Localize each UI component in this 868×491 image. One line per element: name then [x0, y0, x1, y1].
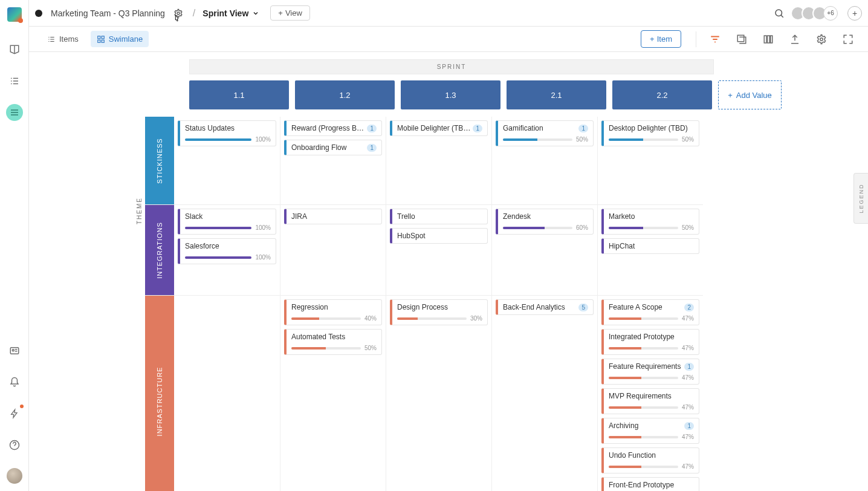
card[interactable]: HipChat [601, 238, 699, 254]
card[interactable]: Desktop Delighter (TBD)50% [601, 120, 699, 146]
card[interactable]: Gamification150% [496, 120, 594, 146]
card[interactable]: Archiving147% [601, 418, 699, 444]
sprint-column-header[interactable]: 1.3 [401, 80, 500, 109]
card[interactable]: JIRA [284, 209, 382, 224]
search-button[interactable] [770, 4, 788, 22]
card-badge: 1 [367, 144, 377, 152]
add-value-label: Add Value [736, 91, 772, 100]
card[interactable]: Onboarding Flow1 [284, 140, 382, 155]
card[interactable]: Undo Function47% [601, 447, 699, 473]
card[interactable]: Mobile Delighter (TBD)1 [390, 120, 488, 136]
lane-cell[interactable]: TrelloHubSpot [386, 205, 491, 295]
lane-cell[interactable]: Gamification150% [491, 117, 597, 204]
help-icon[interactable] [6, 437, 23, 454]
card[interactable]: Design Process30% [390, 299, 488, 325]
card-progress: 50% [609, 136, 694, 143]
card[interactable]: Slack100% [178, 209, 276, 235]
card[interactable]: Feature A Scope247% [601, 299, 699, 325]
card-title: HubSpot [397, 232, 482, 240]
lane-cell[interactable]: Slack100%Salesforce100% [174, 205, 280, 295]
swimlane-icon [97, 35, 105, 44]
card-title: Integrated Prototype [609, 333, 694, 341]
card[interactable]: Zendesk60% [496, 209, 594, 235]
card-progress: 47% [609, 345, 694, 351]
lane-cell[interactable]: Regression40%Automated Tests50% [280, 296, 386, 491]
add-value-button[interactable]: +Add Value [718, 80, 782, 109]
group-button[interactable] [734, 31, 750, 47]
inbox-icon[interactable] [6, 41, 23, 58]
contact-card-icon[interactable] [6, 342, 23, 359]
chevron-down-icon [252, 10, 259, 17]
settings-button[interactable] [171, 6, 186, 21]
card-title: Salesforce [185, 242, 271, 250]
lane-label[interactable]: INTEGRATIONS [145, 205, 174, 295]
add-item-label: Item [657, 34, 672, 44]
lane-cell[interactable]: Design Process30% [386, 296, 491, 491]
svg-rect-8 [102, 40, 104, 42]
card[interactable]: Reward (Progress Bar)1 [284, 120, 382, 136]
user-avatar[interactable] [7, 468, 22, 484]
svg-rect-7 [98, 40, 100, 42]
lane-label[interactable]: STICKINESS [145, 117, 174, 204]
avatar-overflow-count[interactable]: +6 [823, 6, 838, 21]
search-icon [774, 8, 785, 19]
card[interactable]: HubSpot [390, 228, 488, 244]
lane-label[interactable]: INFRASTRUCTURE [145, 296, 174, 491]
sprint-column-header[interactable]: 2.2 [612, 80, 712, 109]
card-title: Regression [291, 303, 377, 311]
card[interactable]: Status Updates100% [178, 120, 276, 146]
lane-cell[interactable]: Marketo50%HipChat [597, 205, 703, 295]
swimlane-nav-icon[interactable] [6, 104, 23, 121]
tab-swimlane[interactable]: Swimlane [91, 31, 149, 47]
card[interactable]: Automated Tests50% [284, 329, 382, 355]
list-check-icon[interactable] [6, 73, 23, 89]
columns-button[interactable] [760, 31, 776, 47]
theme-axis-label: THEME [133, 117, 145, 491]
lane-cell[interactable] [174, 296, 280, 491]
view-settings-button[interactable] [814, 31, 829, 47]
export-button[interactable] [787, 31, 803, 47]
lane-cell[interactable]: JIRA [280, 205, 386, 295]
card[interactable]: Back-End Analytics5 [496, 299, 594, 315]
card[interactable]: Feature Requirements147% [601, 359, 699, 385]
card[interactable]: Salesforce100% [178, 238, 276, 264]
add-view-label: View [285, 8, 302, 18]
card[interactable]: Marketo50% [601, 209, 699, 235]
fullscreen-button[interactable] [840, 31, 856, 47]
member-avatars[interactable]: +6 [794, 6, 838, 21]
bell-icon[interactable] [6, 374, 23, 391]
lightning-icon[interactable] [6, 405, 23, 422]
lane-cell[interactable]: Status Updates100% [174, 117, 280, 204]
lane-cell[interactable]: Zendesk60% [491, 205, 597, 295]
app-sidebar [0, 0, 29, 491]
sprint-column-header[interactable]: 2.1 [507, 80, 606, 109]
svg-rect-11 [768, 36, 770, 43]
lane-cell[interactable]: Reward (Progress Bar)1Onboarding Flow1 [280, 117, 386, 204]
card[interactable]: Integrated Prototype47% [601, 329, 699, 355]
lane-cell[interactable]: Mobile Delighter (TBD)1 [386, 117, 491, 204]
lane-cell[interactable]: Desktop Delighter (TBD)50% [597, 117, 703, 204]
card[interactable]: Regression40% [284, 299, 382, 325]
list-icon [47, 35, 56, 44]
card[interactable]: MVP Requirements47% [601, 388, 699, 414]
card-title: Marketo [609, 212, 694, 221]
lane-cell[interactable]: Feature A Scope247%Integrated Prototype4… [597, 296, 703, 491]
tab-items[interactable]: Items [41, 31, 85, 47]
card-progress-pct: 50% [682, 136, 694, 143]
add-item-button[interactable]: + Item [641, 30, 681, 48]
card[interactable]: Trello [390, 209, 488, 224]
view-selector[interactable]: Sprint View [202, 8, 259, 18]
card[interactable]: Front-End Prototype47% [601, 477, 699, 491]
filter-button[interactable] [707, 31, 723, 47]
view-tab-bar: Items Swimlane + Item [29, 27, 868, 52]
page-title[interactable]: Marketing Team - Q3 Planning [51, 8, 165, 18]
app-logo[interactable] [7, 7, 22, 22]
lane-cell[interactable]: Back-End Analytics5 [491, 296, 597, 491]
legend-toggle[interactable]: LEGEND [853, 173, 868, 224]
card-title: Undo Function [609, 451, 694, 460]
card-title: MVP Requirements [609, 392, 694, 400]
sprint-column-header[interactable]: 1.2 [295, 80, 395, 109]
add-member-button[interactable]: + [847, 6, 862, 21]
add-view-button[interactable]: + View [270, 5, 310, 21]
sprint-column-header[interactable]: 1.1 [189, 80, 289, 109]
